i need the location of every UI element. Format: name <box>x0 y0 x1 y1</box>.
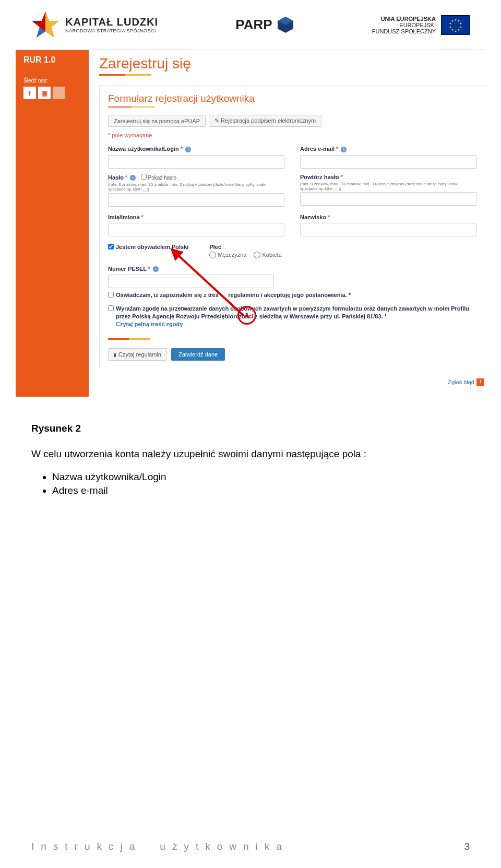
svg-point-10 <box>458 29 460 30</box>
app-screenshot: A RUR 1.0 Śledź nas: f ▣ Zarejestruj się… <box>16 50 485 397</box>
annotation-marker-a: A <box>237 306 256 325</box>
email-input[interactable] <box>300 155 476 169</box>
privacy-checkbox[interactable] <box>108 305 114 311</box>
firstname-input[interactable] <box>108 223 284 236</box>
email-label: Adres e-mail * i <box>300 146 347 152</box>
read-terms-button[interactable]: Czytaj regulamin <box>108 348 167 361</box>
report-error-row: Zgłoś błąd ! <box>99 378 485 386</box>
svg-point-11 <box>455 30 457 32</box>
show-password-checkbox[interactable] <box>141 174 147 180</box>
parp-cube-icon <box>277 16 295 34</box>
youtube-button[interactable]: ▣ <box>38 87 51 99</box>
svg-line-17 <box>176 254 243 315</box>
required-note: * pole wymagane <box>108 132 476 138</box>
show-password-label: Pokaż hasło. <box>148 175 178 181</box>
parp-logo: PARP <box>235 16 294 34</box>
svg-point-13 <box>450 26 451 28</box>
svg-point-15 <box>452 20 454 21</box>
password-repeat-label: Powtórz hasło * <box>300 174 343 180</box>
password-repeat-hint: (min. 8 znaków, max. 30 znaków, min. 3 r… <box>300 182 476 191</box>
password-repeat-input[interactable] <box>300 192 476 206</box>
svg-point-8 <box>460 22 462 24</box>
header-logos: KAPITAŁ LUDZKI NARODOWA STRATEGIA SPÓJNO… <box>0 0 501 50</box>
kapital-ludzki-logo: KAPITAŁ LUDZKI NARODOWA STRATEGIA SPÓJNO… <box>31 10 158 39</box>
privacy-consent: Wyrażam zgodę na przetwarzanie danych os… <box>108 305 476 329</box>
list-item: Nazwa użytkownika/Login <box>52 471 470 483</box>
title-underline <box>99 74 204 76</box>
social-placeholder <box>53 87 65 99</box>
info-icon[interactable]: i <box>185 147 191 152</box>
svg-marker-1 <box>45 11 59 38</box>
svg-point-12 <box>452 29 454 30</box>
password-label: Hasło * i <box>108 174 136 181</box>
info-icon[interactable]: i <box>341 147 347 152</box>
signature-button[interactable]: Rejestracja podpisem elektronicznym <box>209 115 321 127</box>
login-label: Nazwa użytkownika/Login * i <box>108 146 191 152</box>
page-title: Zarejestruj się <box>99 55 485 72</box>
figure-caption: Rysunek 2 <box>31 423 470 434</box>
social-buttons: f ▣ <box>23 87 84 99</box>
report-error-link[interactable]: Zgłoś błąd <box>448 379 474 385</box>
follow-label: Śledź nas: <box>23 78 84 84</box>
info-icon[interactable]: i <box>130 175 136 181</box>
info-icon[interactable]: i <box>153 266 159 272</box>
main-content: Zarejestruj się Formularz rejestracji uż… <box>99 50 485 397</box>
facebook-button[interactable]: f <box>23 87 36 99</box>
kl-star-icon <box>31 10 60 39</box>
firstname-label: Imię/Imiona * <box>108 214 144 220</box>
report-error-icon[interactable]: ! <box>476 378 484 386</box>
intro-paragraph: W celu utworzenia konta należy uzupełnić… <box>31 447 470 461</box>
svg-point-5 <box>449 19 462 32</box>
password-input[interactable] <box>108 193 284 207</box>
action-divider <box>108 338 192 340</box>
svg-point-9 <box>460 26 462 28</box>
form-heading: Formularz rejestracji użytkownika <box>108 93 476 104</box>
svg-point-7 <box>458 20 460 21</box>
app-title: RUR 1.0 <box>23 55 84 65</box>
login-input[interactable] <box>108 155 284 169</box>
svg-point-6 <box>455 19 457 20</box>
pesel-label: Numer PESEL * i <box>108 266 159 272</box>
terms-checkbox[interactable] <box>108 292 114 298</box>
lastname-label: Nazwisko * <box>300 214 330 220</box>
lastname-input[interactable] <box>300 223 476 236</box>
action-buttons: Czytaj regulamin Zatwierdź dane <box>108 348 476 361</box>
footer-title: Instrukcja użytkownika <box>31 841 289 852</box>
terms-consent: Oświadczam, iż zapoznałem się z treścią … <box>108 291 476 299</box>
heading-underline <box>108 106 202 108</box>
registration-form: Formularz rejestracji użytkownika Zareje… <box>99 85 485 368</box>
sidebar: RUR 1.0 Śledź nas: f ▣ <box>16 50 89 397</box>
kl-title: KAPITAŁ LUDZKI <box>65 16 158 28</box>
submit-button[interactable]: Zatwierdź dane <box>171 348 225 361</box>
kl-subtitle: NARODOWA STRATEGIA SPÓJNOŚCI <box>65 28 158 33</box>
page-number: 3 <box>464 841 470 852</box>
document-body: Rysunek 2 W celu utworzenia konta należy… <box>0 423 501 497</box>
citizen-checkbox[interactable] <box>108 244 114 249</box>
field-list: Nazwa użytkownika/Login Adres e-mail <box>52 471 470 496</box>
epuap-button[interactable]: Zarejestruj się za pomocą ePUAP <box>108 115 206 127</box>
eu-logo: UNIA EUROPEJSKA EUROPEJSKI FUNDUSZ SPOŁE… <box>372 15 470 35</box>
parp-label: PARP <box>235 17 272 33</box>
list-item: Adres e-mail <box>52 485 470 496</box>
auth-method-buttons: Zarejestruj się za pomocą ePUAP Rejestra… <box>108 115 476 127</box>
eu-text: UNIA EUROPEJSKA EUROPEJSKI FUNDUSZ SPOŁE… <box>372 16 436 34</box>
page-footer: Instrukcja użytkownika 3 <box>31 841 470 852</box>
eu-flag-icon <box>441 15 470 35</box>
svg-point-14 <box>450 22 451 24</box>
password-hint: (min. 8 znaków, max. 30 znaków, min. 3 r… <box>108 182 284 192</box>
